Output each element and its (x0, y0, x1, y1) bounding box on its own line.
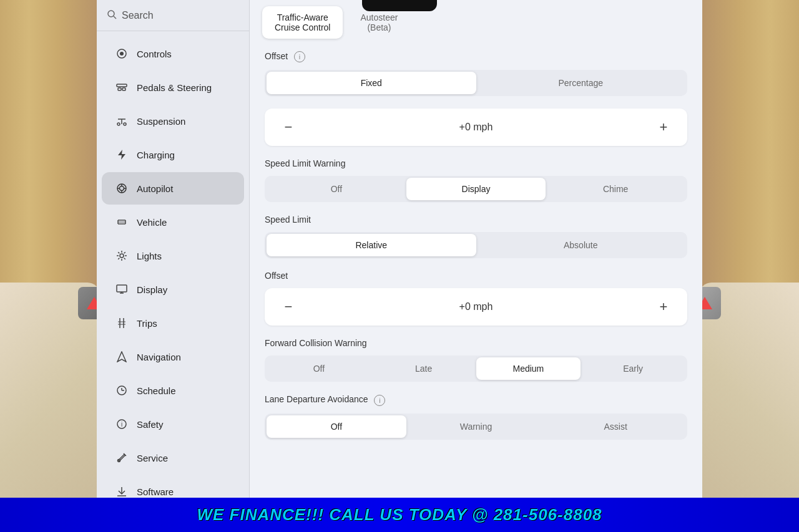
sidebar-item-label-charging: Charging (137, 150, 175, 160)
sidebar-item-suspension[interactable]: Suspension (102, 105, 244, 137)
collision-medium-btn[interactable]: Medium (476, 357, 581, 380)
sidebar-item-controls[interactable]: Controls (102, 37, 244, 70)
speed-relative-btn[interactable]: Relative (267, 234, 476, 256)
software-icon (114, 484, 129, 499)
sidebar-item-label-service: Service (137, 453, 168, 463)
search-label: Search (122, 10, 154, 21)
seat-left (0, 283, 100, 532)
svg-line-30 (124, 252, 125, 253)
sidebar-item-label-lights: Lights (137, 251, 162, 261)
sidebar-item-label-pedals: Pedals & Steering (137, 82, 212, 93)
warning-display-btn[interactable]: Display (406, 178, 546, 200)
lane-warning-btn[interactable]: Warning (406, 415, 546, 438)
offset-bottom-plus-btn[interactable]: + (652, 296, 675, 318)
sidebar-item-label-controls: Controls (137, 49, 172, 59)
svg-line-1 (114, 16, 116, 19)
svg-line-31 (118, 258, 119, 259)
collision-off-btn[interactable]: Off (267, 357, 371, 380)
forward-collision-group: Off Late Medium Early (265, 355, 687, 382)
lane-departure-title: Lane Departure Avoidance i (265, 394, 687, 405)
sidebar-item-pedals-steering[interactable]: Pedals & Steering (102, 71, 244, 104)
search-bar[interactable]: Search (97, 0, 249, 31)
svg-point-10 (124, 123, 126, 125)
lane-departure-group: Off Warning Assist (265, 414, 687, 440)
sidebar-item-lights[interactable]: Lights (102, 239, 244, 272)
offset-bottom-title: Offset (265, 271, 687, 281)
sidebar-item-schedule[interactable]: Schedule (102, 374, 244, 407)
seat-right (699, 283, 799, 532)
controls-icon (114, 46, 129, 61)
offset-top-minus-btn[interactable]: − (277, 116, 300, 138)
svg-rect-4 (117, 84, 127, 87)
sidebar-navigation: Controls Pedals & Steering (97, 31, 249, 514)
sidebar-item-navigation[interactable]: Navigation (102, 341, 244, 373)
speed-limit-section: Speed Limit Relative Absolute (265, 215, 687, 258)
svg-point-13 (120, 186, 124, 191)
speed-limit-warning-title: Speed Limit Warning (265, 158, 687, 168)
offset-fixed-btn[interactable]: Fixed (267, 72, 476, 94)
search-icon (107, 9, 117, 21)
warning-off-btn[interactable]: Off (267, 178, 406, 200)
lane-off-btn[interactable]: Off (267, 415, 406, 438)
lane-departure-section: Lane Departure Avoidance i Off Warning A… (265, 394, 687, 439)
speed-absolute-btn[interactable]: Absolute (476, 234, 686, 256)
speed-limit-warning-group: Off Display Chime (265, 176, 687, 202)
sidebar-item-label-safety: Safety (137, 419, 164, 430)
settings-content: Offset i Fixed Percentage − +0 mph + (250, 39, 702, 465)
svg-text:i: i (121, 421, 122, 428)
svg-rect-6 (122, 88, 125, 90)
schedule-icon (114, 383, 129, 398)
sidebar-item-label-schedule: Schedule (137, 385, 176, 396)
sidebar-item-safety[interactable]: i Safety (102, 408, 244, 440)
offset-top-value: +0 mph (459, 122, 493, 133)
offset-type-group: Fixed Percentage (265, 70, 687, 96)
sidebar-item-autopilot[interactable]: Autopilot (102, 172, 244, 205)
offset-bottom-value: +0 mph (459, 301, 493, 312)
offset-top-plus-btn[interactable]: + (652, 116, 675, 138)
sidebar-item-charging[interactable]: Charging (102, 138, 244, 171)
bottom-banner: WE FINANCE!!! CALL US TODAY @ 281-506-88… (0, 498, 799, 532)
speed-limit-title: Speed Limit (265, 215, 687, 225)
svg-point-9 (117, 123, 120, 125)
offset-percentage-btn[interactable]: Percentage (476, 72, 686, 94)
camera-notch (362, 0, 437, 11)
offset-bottom-control: − +0 mph + (265, 288, 687, 326)
sidebar-item-label-autopilot: Autopilot (137, 183, 173, 194)
collision-late-btn[interactable]: Late (371, 357, 476, 380)
vehicle-icon (114, 215, 129, 230)
offset-bottom-section: Offset − +0 mph + (265, 271, 687, 326)
trips-icon (114, 316, 129, 331)
offset-bottom-minus-btn[interactable]: − (277, 296, 300, 318)
sidebar-item-label-vehicle: Vehicle (137, 217, 167, 228)
collision-early-btn[interactable]: Early (581, 357, 685, 380)
sidebar-item-vehicle[interactable]: Vehicle (102, 206, 244, 238)
safety-icon: i (114, 417, 129, 432)
forward-collision-title: Forward Collision Warning (265, 338, 687, 348)
banner-text: WE FINANCE!!! CALL US TODAY @ 281-506-88… (197, 505, 602, 525)
charging-icon (114, 147, 129, 162)
lane-assist-btn[interactable]: Assist (546, 415, 685, 438)
right-panel: Traffic-AwareCruise Control Autosteer(Be… (250, 0, 702, 532)
sidebar-item-label-software: Software (137, 486, 174, 497)
svg-marker-11 (118, 150, 125, 160)
speed-limit-warning-section: Speed Limit Warning Off Display Chime (265, 158, 687, 202)
lane-departure-info-icon[interactable]: i (374, 395, 385, 406)
sidebar-item-display[interactable]: Display (102, 273, 244, 306)
sidebar: Search Controls (97, 0, 250, 532)
tab-traffic-aware[interactable]: Traffic-AwareCruise Control (262, 6, 343, 39)
navigation-icon (114, 349, 129, 364)
offset-info-icon[interactable]: i (294, 51, 305, 62)
sidebar-item-label-trips: Trips (137, 318, 157, 329)
svg-point-0 (108, 11, 114, 17)
offset-top-control: − +0 mph + (265, 109, 687, 146)
sidebar-item-trips[interactable]: Trips (102, 307, 244, 339)
display-icon (114, 282, 129, 297)
pedals-icon (114, 80, 129, 95)
svg-marker-39 (117, 352, 126, 362)
sidebar-item-service[interactable]: Service (102, 442, 244, 474)
service-icon (114, 450, 129, 465)
svg-point-23 (120, 254, 124, 258)
speed-limit-group: Relative Absolute (265, 232, 687, 258)
warning-chime-btn[interactable]: Chime (546, 178, 685, 200)
offset-top-title: Offset i (265, 51, 687, 62)
